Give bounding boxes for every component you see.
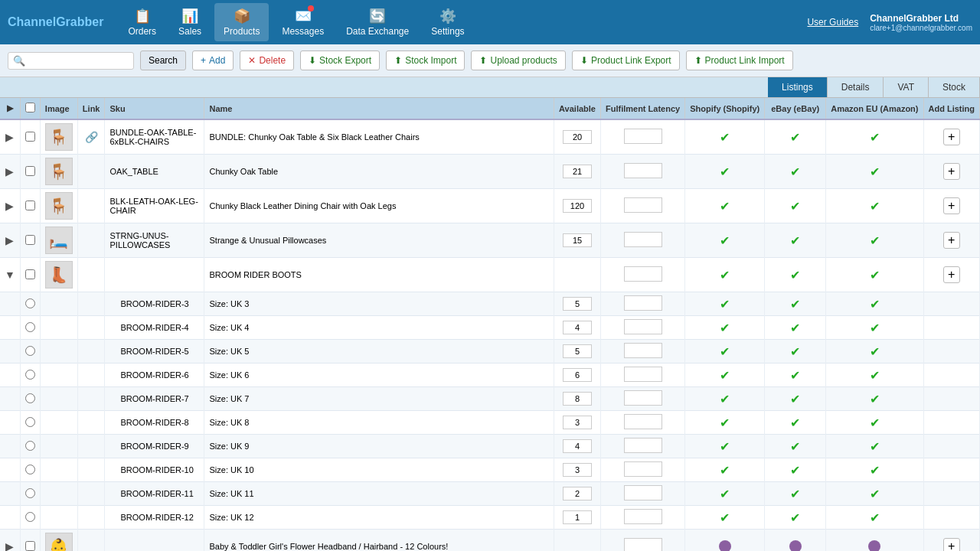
add-listing-button[interactable]: +	[943, 129, 960, 145]
row-radio[interactable]	[25, 298, 35, 308]
row-checkbox[interactable]	[25, 201, 35, 210]
row-checkbox[interactable]	[25, 269, 35, 279]
add-listing-button[interactable]: +	[943, 538, 960, 551]
tab-details[interactable]: Details	[828, 77, 884, 97]
row-checkbox[interactable]	[25, 132, 35, 142]
latency-box[interactable]	[624, 129, 662, 144]
products-icon: 📦	[234, 8, 250, 24]
tab-bar: Listings Details VAT Stock	[0, 77, 980, 98]
row-image-cell	[40, 364, 77, 387]
row-checkbox[interactable]	[25, 166, 35, 176]
latency-box[interactable]	[624, 538, 662, 551]
available-box[interactable]: 1	[563, 510, 592, 524]
row-radio[interactable]	[25, 512, 35, 522]
nav-item-sales[interactable]: 📊 Sales	[169, 3, 211, 41]
nav-item-orders[interactable]: 📋 Orders	[119, 3, 165, 41]
row-radio[interactable]	[25, 322, 35, 332]
row-radio[interactable]	[25, 441, 35, 451]
amazon-check-icon: ✔	[870, 464, 880, 477]
latency-box[interactable]	[624, 438, 662, 453]
row-radio[interactable]	[25, 393, 35, 403]
available-box[interactable]: 21	[563, 165, 592, 178]
latency-box[interactable]	[624, 461, 662, 477]
tab-listings[interactable]: Listings	[768, 77, 828, 97]
nav-item-messages[interactable]: ✉️ Messages	[273, 3, 333, 41]
expand-arrow-icon[interactable]: ▶	[5, 234, 14, 246]
latency-box[interactable]	[624, 266, 662, 282]
main-nav: 📋 Orders 📊 Sales 📦 Products ✉️ Messages …	[119, 3, 807, 41]
latency-box[interactable]	[624, 414, 662, 429]
row-add-listing: +	[923, 119, 980, 155]
row-radio[interactable]	[25, 465, 35, 474]
user-guides-link[interactable]: User Guides	[807, 17, 858, 28]
add-listing-button[interactable]: +	[943, 266, 960, 283]
nav-item-products[interactable]: 📦 Products	[214, 3, 269, 41]
upload-products-button[interactable]: ⬆ Upload products	[471, 51, 565, 70]
row-amazon: ✔	[826, 119, 923, 155]
nav-label-data-exchange: Data Exchange	[346, 26, 409, 37]
row-checkbox[interactable]	[25, 235, 35, 245]
expand-arrow-icon[interactable]: ▶	[5, 131, 14, 143]
delete-button[interactable]: ✕ Delete	[240, 51, 294, 70]
messages-badge	[308, 5, 314, 11]
tab-vat[interactable]: VAT	[884, 77, 929, 97]
nav-item-data-exchange[interactable]: 🔄 Data Exchange	[337, 3, 418, 41]
row-radio[interactable]	[25, 346, 35, 356]
latency-box[interactable]	[624, 485, 662, 500]
expand-arrow-icon[interactable]: ▶	[5, 200, 14, 212]
latency-box[interactable]	[624, 232, 662, 247]
tab-stock[interactable]: Stock	[929, 77, 980, 97]
expand-arrow-icon[interactable]: ▶	[5, 165, 14, 178]
product-link-import-icon: ⬆	[694, 55, 702, 66]
available-box[interactable]: 2	[563, 487, 592, 500]
add-listing-button[interactable]: +	[943, 232, 960, 249]
latency-box[interactable]	[624, 390, 662, 406]
latency-box[interactable]	[624, 197, 662, 213]
row-radio[interactable]	[25, 488, 35, 498]
available-box[interactable]: 5	[563, 344, 592, 358]
add-listing-button[interactable]: +	[943, 197, 960, 214]
row-radio[interactable]	[25, 417, 35, 427]
row-available: 5	[554, 340, 601, 364]
expand-arrow-icon[interactable]: ▶	[5, 540, 14, 551]
link-icon[interactable]: 🔗	[85, 131, 98, 143]
available-box[interactable]: 3	[563, 416, 592, 429]
available-box[interactable]: 5	[563, 297, 592, 311]
search-button[interactable]: Search	[140, 51, 186, 70]
product-link-import-button[interactable]: ⬆ Product Link Import	[686, 51, 793, 70]
row-ebay: ✔	[765, 258, 826, 292]
available-box[interactable]: 20	[563, 130, 592, 144]
ebay-check-icon: ✔	[790, 131, 800, 144]
latency-box[interactable]	[624, 163, 662, 178]
latency-box[interactable]	[624, 319, 662, 334]
available-box[interactable]: 4	[563, 439, 592, 453]
row-checkbox[interactable]	[25, 541, 35, 551]
add-icon: +	[201, 55, 206, 66]
expand-all-icon[interactable]: ▶	[7, 103, 13, 112]
row-expand-cell	[0, 316, 20, 340]
available-box[interactable]: 15	[563, 233, 592, 247]
nav-item-settings[interactable]: ⚙️ Settings	[422, 3, 473, 41]
available-box[interactable]: 3	[563, 463, 592, 477]
latency-box[interactable]	[624, 367, 662, 382]
available-box[interactable]: 6	[563, 368, 592, 382]
select-all-checkbox[interactable]	[25, 103, 35, 112]
product-link-export-button[interactable]: ⬇ Product Link Export	[572, 51, 680, 70]
expand-arrow-icon[interactable]: ▼	[5, 269, 15, 281]
row-amazon: ✔	[826, 316, 923, 340]
row-name: Size: UK 4	[204, 316, 554, 340]
latency-box[interactable]	[624, 343, 662, 358]
search-input[interactable]	[25, 55, 125, 66]
add-listing-button[interactable]: +	[943, 163, 960, 180]
available-box[interactable]: 8	[563, 392, 592, 406]
row-check-cell	[20, 482, 40, 506]
available-box[interactable]: 4	[563, 321, 592, 334]
row-link-cell	[77, 189, 105, 223]
latency-box[interactable]	[624, 509, 662, 524]
row-radio[interactable]	[25, 370, 35, 380]
add-button[interactable]: + Add	[192, 51, 234, 70]
stock-import-button[interactable]: ⬆ Stock Import	[386, 51, 465, 70]
available-box[interactable]: 120	[563, 199, 592, 213]
latency-box[interactable]	[624, 295, 662, 311]
stock-export-button[interactable]: ⬇ Stock Export	[300, 51, 380, 70]
